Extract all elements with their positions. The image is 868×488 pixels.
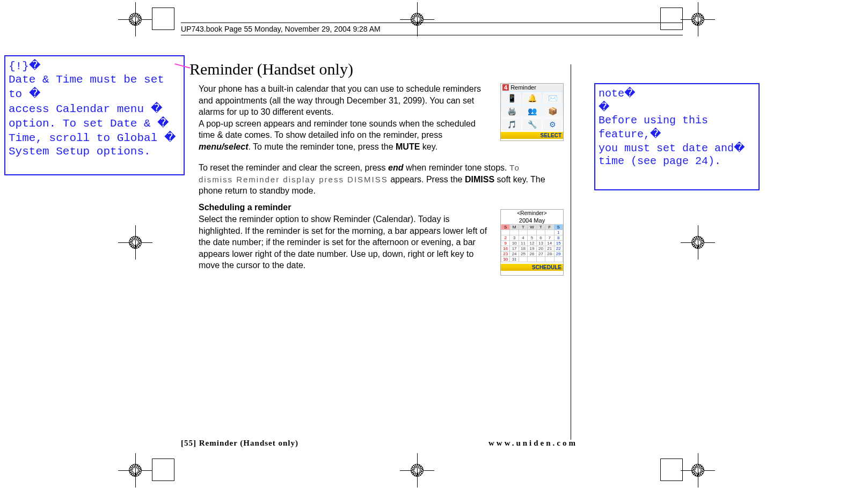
menu-icon: 🎵 — [502, 119, 521, 131]
menu-icon: 📱 — [502, 92, 521, 105]
annot-line: System Setup options. — [9, 145, 151, 158]
annotation-left: {!}� Date & Time must be set to � access… — [4, 55, 185, 175]
annot-line: Time, scroll to Global — [9, 132, 164, 144]
menu-icon: 🔔 — [522, 92, 542, 105]
annot-line: time (see page 24). — [599, 155, 721, 167]
lcd-screenshot-calendar: <Reminder> 2004 May S M T W T F S 1 2345… — [500, 209, 564, 276]
crop-mark — [129, 236, 142, 249]
calendar-grid: S M T W T F S 1 2345678 9101112131415 16… — [501, 224, 563, 262]
crop-mark — [691, 464, 704, 477]
menu-icon: 👥 — [522, 106, 542, 118]
paragraph-scheduling: Select the reminder option to show Remin… — [199, 213, 494, 271]
menu-icon: 📦 — [543, 106, 562, 118]
menu-icon: ⚙ — [543, 119, 562, 131]
crop-box — [152, 8, 174, 30]
crop-mark — [691, 13, 704, 26]
paragraph-intro: Your phone has a built-in calendar that … — [199, 83, 494, 153]
crop-mark — [129, 13, 142, 26]
annot-line: access Calendar menu — [9, 103, 151, 115]
crop-mark — [129, 464, 142, 477]
menu-icon: 🔧 — [522, 119, 542, 131]
menu-icon: 🖨️ — [502, 106, 521, 118]
crop-box — [152, 459, 174, 481]
page-title: Reminder (Handset only) — [189, 60, 353, 78]
subheading-scheduling: Scheduling a reminder — [199, 203, 291, 212]
footer-url: www.uniden.com — [488, 439, 578, 448]
lcd-screenshot-menu: 4Reminder 📱 🔔 ✉️ 🖨️ 👥 📦 🎵 🔧 ⚙ SELECT — [500, 83, 564, 141]
annotation-right: note� � Before using this feature,� you … — [594, 83, 760, 190]
crop-mark — [411, 464, 424, 477]
page-header: UP743.book Page 55 Monday, November 29, … — [181, 23, 683, 35]
annot-line: you must set date and — [599, 142, 734, 154]
menu-icon: ✉️ — [543, 92, 562, 105]
crop-mark — [691, 236, 704, 249]
footer-page-title: [55] Reminder (Handset only) — [181, 439, 298, 448]
paragraph-reset: To reset the reminder and clear the scre… — [199, 162, 548, 197]
crop-box — [660, 459, 683, 481]
softkey-select: SELECT — [501, 132, 563, 139]
softkey-schedule: SCHEDULE — [501, 264, 563, 271]
vertical-divider — [571, 64, 571, 440]
annot-line: {!} — [9, 60, 29, 72]
annot-line: option. To set Date & — [9, 117, 157, 130]
annot-line: note — [599, 87, 624, 100]
